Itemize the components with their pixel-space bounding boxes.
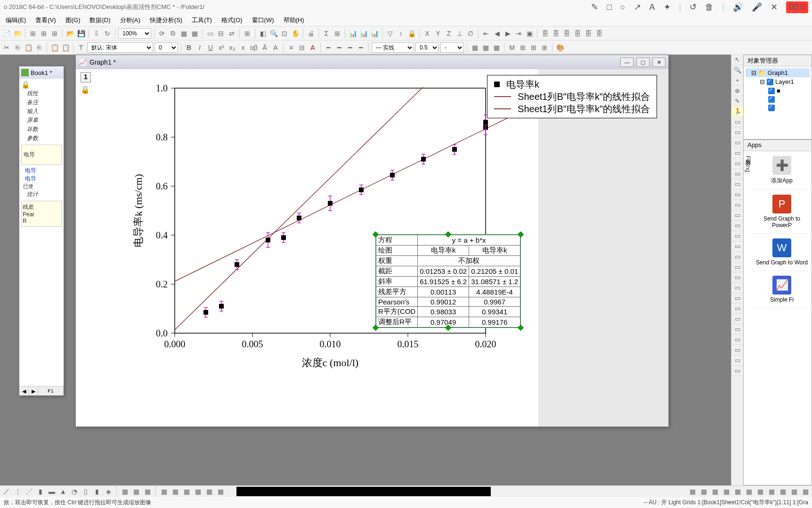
t5-icon[interactable]: ▭ [731,158,743,169]
palette-icon[interactable]: 🎨 [555,43,565,52]
save-icon[interactable]: 💾 [76,29,86,38]
linewidth-combo[interactable]: 0.5 [415,42,439,53]
exchange-icon[interactable]: ⇄ [227,29,236,38]
trash-icon[interactable]: 🗑 [705,2,714,12]
box-icon[interactable]: ▯ [81,487,90,496]
t9-icon[interactable]: ▭ [731,200,743,210]
scatter-plot-icon[interactable]: ⋮ [13,487,23,496]
t2-icon[interactable]: ▦ [131,487,141,496]
err-icon[interactable]: ⊥ [455,29,464,38]
undo-icon[interactable]: ↺ [690,2,697,12]
menu-tools[interactable]: 工具(T) [187,16,217,25]
paste2-icon[interactable]: 📋 [50,43,59,52]
first-icon[interactable]: ⇤ [481,29,491,38]
pie-icon[interactable]: ◔ [70,487,79,496]
lock-icon[interactable]: 🔒 [407,29,416,38]
new-folder-icon[interactable]: 📁 [13,29,22,38]
tree-item[interactable]: 输入 [21,107,62,116]
last-icon[interactable]: ⇥ [514,29,523,38]
underline-icon[interactable]: U [206,43,215,52]
running-icon[interactable]: 🏃 [731,107,743,117]
tree-item[interactable]: 统计 [21,190,62,199]
next-icon[interactable]: ▶ [503,29,512,38]
t1-icon[interactable]: ▭ [731,117,743,127]
open-icon[interactable]: 📂 [65,29,75,38]
pan-icon[interactable]: ✋ [291,29,300,38]
stats-icon[interactable]: Σ [322,29,331,38]
tree-item[interactable]: 坏数 [21,125,62,134]
tree-item[interactable]: 屏幕 [21,116,62,125]
layer-icon[interactable]: ▭ [205,29,215,38]
close-button[interactable]: ✕ [652,57,666,67]
t7-icon[interactable]: ▭ [731,179,743,189]
bold-icon[interactable]: B [184,43,194,52]
app-add[interactable]: ➕添加App [752,151,812,190]
wand-icon[interactable]: ✦ [664,2,671,12]
col-icon[interactable]: ⊞ [243,29,252,38]
scroll-right-icon[interactable]: ▶ [29,386,38,395]
s11-icon[interactable]: ▦ [801,487,810,496]
align-left-icon[interactable]: ≡ [286,43,296,52]
chart1-icon[interactable]: 📊 [348,29,357,38]
minimize-button[interactable]: — [620,57,633,67]
sub-icon[interactable]: x₂ [227,43,237,52]
bar-plot-icon[interactable]: ▬ [47,487,57,496]
menu-view[interactable]: 查看(V) [31,16,60,25]
zoom-in-icon[interactable]: 🔍 [269,29,278,38]
t15-icon[interactable]: ▭ [731,262,743,272]
t6-icon[interactable]: ▭ [731,169,743,179]
t4-icon[interactable]: ▭ [731,148,743,158]
tree-link[interactable]: 电导 [21,167,62,175]
fill2-icon[interactable]: ▦ [481,43,490,52]
mask-icon[interactable]: ◧ [258,29,268,38]
t18-icon[interactable]: ▭ [731,293,743,303]
menu-format[interactable]: 格式(O) [217,16,247,25]
cut-icon[interactable]: ✂ [2,43,11,52]
apps-side-label[interactable]: 所有 Fitting [744,151,752,308]
t10-icon[interactable]: ▭ [731,210,743,221]
obj-plot[interactable] [746,95,810,104]
t8-icon[interactable]: ▭ [731,189,743,200]
t3-icon[interactable]: ▦ [143,487,152,496]
mask2-icon[interactable]: ▦ [171,487,180,496]
linescatter-icon[interactable]: ⋰ [24,487,34,496]
db2-icon[interactable]: 🗄 [551,29,560,38]
s7-icon[interactable]: ▦ [755,487,765,496]
lock-icon[interactable]: 🔒 [81,85,90,94]
zoom-tool-icon[interactable]: 🔍 [731,65,743,75]
obj4-icon[interactable]: ⊞ [540,43,549,52]
prev-icon[interactable]: ◀ [492,29,502,38]
y-icon[interactable]: Y [433,29,443,38]
new-graph-icon[interactable]: ⊞ [50,29,59,38]
align-v-icon[interactable]: ⊟ [297,43,307,52]
s4-icon[interactable]: ▦ [722,487,731,496]
mask3-icon[interactable]: ▦ [182,487,191,496]
font-combo[interactable]: 默认: 宋体 [87,42,153,53]
maximize-button[interactable]: ▢ [636,57,650,67]
fill1-icon[interactable]: ▦ [470,43,479,52]
sup-icon[interactable]: x² [217,43,226,52]
s9-icon[interactable]: ▦ [778,487,788,496]
reader-icon[interactable]: + [731,75,743,86]
hist-icon[interactable]: ▮ [92,487,102,496]
tree-link[interactable]: 电导 [21,175,62,183]
pencil-icon[interactable]: ✎ [591,2,598,12]
t13-icon[interactable]: ▭ [731,241,743,252]
x-icon[interactable]: X [422,29,432,38]
template-icon[interactable]: ▦ [120,487,130,496]
area-icon[interactable]: ▲ [58,487,68,496]
menu-quick[interactable]: 快捷分析(S) [145,16,187,25]
fill3-icon[interactable]: ▦ [492,43,501,52]
chart3-icon[interactable]: 📊 [370,29,379,38]
s3-icon[interactable]: ▦ [710,487,720,496]
chart2-icon[interactable]: 📊 [359,29,368,38]
rescale-icon[interactable]: ⊡ [280,29,289,38]
sort-icon[interactable]: ↕ [396,29,406,38]
paste-icon[interactable]: 📋 [24,43,33,52]
obj2-icon[interactable]: ⊞ [518,43,528,52]
layer-indicator[interactable]: 1 [81,72,91,82]
s2-icon[interactable]: ▦ [699,487,708,496]
db3-icon[interactable]: 🗄 [562,29,571,38]
reimport-icon[interactable]: ↻ [103,29,112,38]
chart-legend[interactable]: 电导率k Sheet1列B"电导率k"的线性拟合 Sheet1列B"电导率k"的… [487,75,657,118]
